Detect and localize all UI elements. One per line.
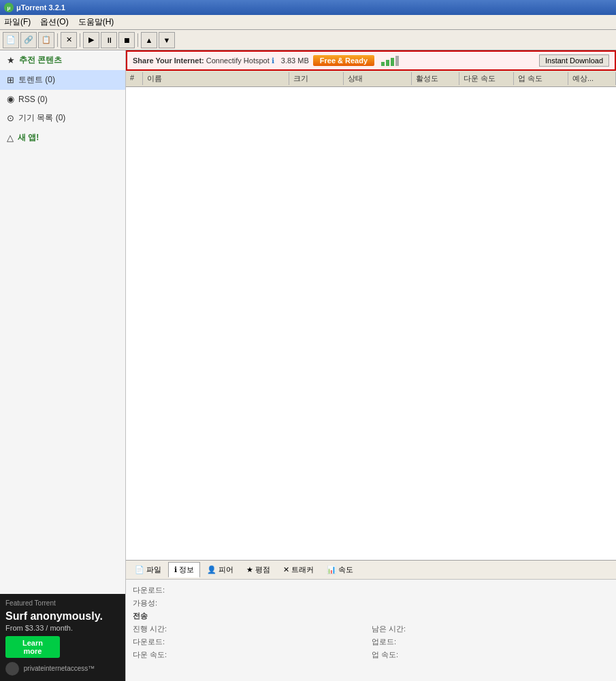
info-icon: ℹ xyxy=(272,56,274,65)
bottom-tabs: 📄 파일 ℹ 정보 👤 피어 ★ 평점 ✕ 트래커 📊 속도 xyxy=(126,560,616,579)
tab-tracker-label: 트래커 xyxy=(291,565,314,575)
stop-icon: ⏹ xyxy=(123,36,131,44)
transfer-title: 전송 xyxy=(133,611,609,621)
app-title: μTorrent 3.2.1 xyxy=(16,3,65,12)
featured-section: Featured Torrent Surf anonymously. From … xyxy=(0,594,125,681)
apps-icon: △ xyxy=(7,133,14,143)
tab-info-label: 정보 xyxy=(179,565,194,575)
detail-panel: 다운로드: 가용성: 전송 진행 시간: 남은 시간: 다운로드: xyxy=(126,579,616,681)
grid-icon: ⊞ xyxy=(7,75,14,85)
ul-speed-row: 업 속도: xyxy=(372,650,609,660)
stop-button[interactable]: ⏹ xyxy=(118,32,135,48)
tab-rating-label: 평점 xyxy=(255,565,270,575)
signal-bar-2 xyxy=(386,60,389,66)
col-up-speed[interactable]: 업 속도 xyxy=(514,72,568,85)
download-label: 다운로드: xyxy=(133,585,187,595)
col-name[interactable]: 이름 xyxy=(143,72,289,85)
toolbar: 📄 🔗 📋 ✕ ▶ ⏸ ⏹ ▲ ▼ xyxy=(0,30,616,50)
signal-bar-4 xyxy=(395,56,399,66)
downloaded-label: 다운로드: xyxy=(133,637,187,647)
sidebar-label-apps: 새 앱! xyxy=(18,132,39,144)
up-icon: ▲ xyxy=(146,36,153,44)
detail-download-row: 다운로드: xyxy=(133,585,609,595)
col-down-speed[interactable]: 다운 속도 xyxy=(459,72,514,85)
toolbar-separator-1 xyxy=(57,33,58,47)
sidebar: ★ 추전 콘텐츠 ⊞ 토렌트 (0) ◉ RSS (0) ⊙ 기기 목록 (0)… xyxy=(0,50,126,681)
sidebar-item-featured[interactable]: ★ 추전 콘텐츠 xyxy=(0,50,125,70)
featured-title: Surf anonymously. xyxy=(5,610,120,622)
move-down-button[interactable]: ▼ xyxy=(159,32,175,48)
pia-brand-text: privateinternetaccess™ xyxy=(24,665,95,672)
sidebar-item-apps[interactable]: △ 새 앱! xyxy=(0,128,125,148)
tab-files[interactable]: 📄 파일 xyxy=(129,562,167,578)
menu-file[interactable]: 파일(F) xyxy=(4,16,31,28)
device-icon: ⊙ xyxy=(7,113,14,123)
sidebar-item-devices[interactable]: ⊙ 기기 목록 (0) xyxy=(0,108,125,128)
menu-options[interactable]: 옵션(O) xyxy=(40,16,68,28)
dl-speed-row: 다운 속도: xyxy=(133,650,370,660)
downloaded-row: 다운로드: xyxy=(133,637,370,647)
sidebar-item-torrents[interactable]: ⊞ 토렌트 (0) xyxy=(0,70,125,90)
star-icon: ★ xyxy=(7,55,15,65)
tab-rating[interactable]: ★ 평점 xyxy=(240,562,276,578)
availability-label: 가용성: xyxy=(133,598,187,608)
menu-help[interactable]: 도움말(H) xyxy=(78,16,114,28)
sidebar-label-featured: 추전 콘텐츠 xyxy=(19,54,62,66)
uploaded-label: 업로드: xyxy=(372,637,426,647)
speed-tab-icon: 📊 xyxy=(327,565,336,574)
pause-button[interactable]: ⏸ xyxy=(101,32,117,48)
ul-speed-label: 업 속도: xyxy=(372,650,426,660)
banner-prefix: Share Your Internet: Connectify Hotspot … xyxy=(133,56,274,65)
magnet-icon: 🔗 xyxy=(24,35,33,44)
tracker-tab-icon: ✕ xyxy=(283,565,289,574)
transfer-details: 진행 시간: 남은 시간: 다운로드: 업로드: 다운 속도: xyxy=(133,624,609,661)
start-button[interactable]: ▶ xyxy=(83,32,99,48)
elapsed-time-row: 진행 시간: xyxy=(133,624,370,634)
remaining-time-label: 남은 시간: xyxy=(372,624,426,634)
tab-tracker[interactable]: ✕ 트래커 xyxy=(277,562,320,578)
toolbar-separator-2 xyxy=(80,33,80,47)
title-bar: μ μTorrent 3.2.1 xyxy=(0,0,616,15)
remaining-time-row: 남은 시간: xyxy=(372,624,609,634)
add-url-button[interactable]: 📋 xyxy=(38,32,54,48)
signal-strength xyxy=(381,56,399,66)
url-icon: 📋 xyxy=(42,35,51,44)
detail-availability-row: 가용성: xyxy=(133,598,609,608)
add-torrent-button[interactable]: 📄 xyxy=(3,32,19,48)
tab-speed[interactable]: 📊 속도 xyxy=(321,562,359,578)
sidebar-label-torrents: 토렌트 (0) xyxy=(18,74,55,86)
featured-subtitle: From $3.33 / month. xyxy=(5,624,120,632)
tab-peers-label: 피어 xyxy=(218,565,233,575)
pia-brand: privateinternetaccess™ xyxy=(5,662,120,676)
banner-service: Connectify Hotspot xyxy=(206,56,270,65)
featured-label: Featured Torrent xyxy=(5,599,120,607)
sidebar-label-rss: RSS (0) xyxy=(18,95,48,104)
app-icon: μ xyxy=(4,3,14,12)
menu-bar: 파일(F) 옵션(O) 도움말(H) xyxy=(0,15,616,30)
tab-info[interactable]: ℹ 정보 xyxy=(168,562,200,578)
tab-peers[interactable]: 👤 피어 xyxy=(201,562,240,578)
col-seeds[interactable]: 활성도 xyxy=(412,72,459,85)
sidebar-item-rss[interactable]: ◉ RSS (0) xyxy=(0,90,125,108)
connectify-banner: Share Your Internet: Connectify Hotspot … xyxy=(126,50,616,71)
sidebar-label-devices: 기기 목록 (0) xyxy=(18,112,65,124)
start-icon: ▶ xyxy=(88,35,94,44)
banner-size: 3.83 MB xyxy=(281,56,309,65)
remove-button[interactable]: ✕ xyxy=(61,32,77,48)
signal-bar-1 xyxy=(381,62,385,66)
banner-status: Free & Ready xyxy=(313,55,374,66)
table-header: # 이름 크기 상태 활성도 다운 속도 업 속도 예상... xyxy=(126,71,616,87)
col-eta[interactable]: 예상... xyxy=(568,72,616,85)
col-status[interactable]: 상태 xyxy=(344,72,412,85)
instant-download-button[interactable]: Instant Download xyxy=(539,54,609,67)
signal-bar-3 xyxy=(391,58,394,66)
add-magnet-button[interactable]: 🔗 xyxy=(20,32,37,48)
col-number[interactable]: # xyxy=(126,72,143,85)
torrent-list xyxy=(126,87,616,560)
learn-more-button[interactable]: Learn more xyxy=(5,636,60,658)
file-tab-icon: 📄 xyxy=(135,565,144,574)
down-icon: ▼ xyxy=(163,36,171,44)
peers-tab-icon: 👤 xyxy=(207,565,216,574)
col-size[interactable]: 크기 xyxy=(289,72,344,85)
move-up-button[interactable]: ▲ xyxy=(141,32,157,48)
